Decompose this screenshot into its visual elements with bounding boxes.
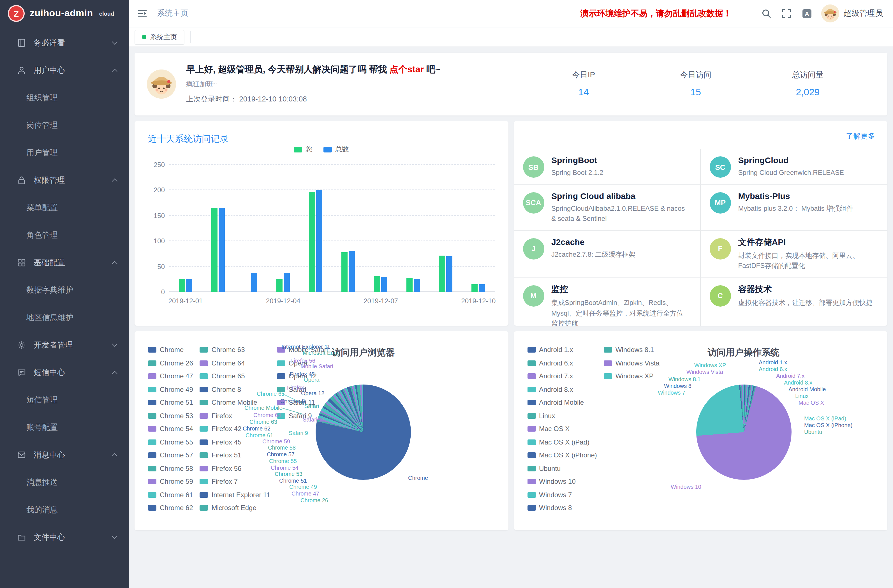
- x-axis-label: 2019-12-04: [266, 297, 301, 305]
- sidebar-item[interactable]: 权限管理: [0, 167, 129, 194]
- star-link[interactable]: 点个star: [389, 65, 424, 74]
- bar-group: 2019-12-01: [169, 165, 202, 292]
- legend-item[interactable]: Chrome 59: [148, 478, 193, 486]
- legend-item[interactable]: Firefox 51: [200, 451, 270, 459]
- sidebar-subitem[interactable]: 账号配置: [0, 414, 129, 441]
- bar: [284, 273, 290, 292]
- sidebar-subitem[interactable]: 消息推送: [0, 469, 129, 496]
- tech-desc: J2cache2.7.8: 二级缓存框架: [551, 250, 635, 260]
- legend-item[interactable]: Chrome 55: [148, 438, 193, 446]
- sidebar-subitem[interactable]: 地区信息维护: [0, 304, 129, 331]
- legend-item[interactable]: Mac OS X: [527, 425, 597, 433]
- fullscreen-icon[interactable]: [781, 8, 792, 19]
- x-axis-label: 2019-12-01: [168, 297, 203, 305]
- avatar[interactable]: [821, 5, 839, 23]
- pie-callout-label: Chrome 65: [257, 391, 284, 397]
- legend-swatch: [148, 505, 156, 511]
- tech-title: 文件存储API: [738, 237, 878, 248]
- sidebar-item[interactable]: 用户中心: [0, 57, 129, 84]
- menu-fold-icon[interactable]: [137, 8, 148, 19]
- bar: [179, 280, 185, 292]
- sidebar-subitem[interactable]: 数据字典维护: [0, 276, 129, 304]
- legend-swatch: [604, 347, 612, 353]
- legend-item[interactable]: Chrome 64: [200, 359, 270, 367]
- legend-item[interactable]: Chrome 63: [200, 346, 270, 354]
- bar-chart[interactable]: 2019-12-012019-12-042019-12-072019-12-10…: [169, 165, 495, 292]
- sidebar-subitem[interactable]: 组织管理: [0, 84, 129, 111]
- legend-item[interactable]: Windows Vista: [604, 359, 660, 367]
- legend-item[interactable]: Chrome: [148, 346, 193, 354]
- legend-item[interactable]: Firefox 45: [200, 438, 270, 446]
- logo-icon: Z: [8, 5, 25, 22]
- search-icon[interactable]: [761, 8, 772, 19]
- sidebar-item[interactable]: 文件中心: [0, 523, 129, 551]
- book-icon: [17, 38, 26, 48]
- legend-item[interactable]: Android 8.x: [527, 385, 597, 393]
- os-pie-chart[interactable]: [696, 385, 791, 480]
- legend-item[interactable]: Chrome 49: [148, 385, 193, 393]
- sidebar-item[interactable]: 基础配置: [0, 249, 129, 276]
- legend-item[interactable]: Chrome 58: [148, 465, 193, 472]
- legend-item[interactable]: Ubuntu: [527, 465, 597, 472]
- legend-item[interactable]: Chrome 54: [148, 425, 193, 433]
- legend-item[interactable]: Microsoft Edge: [200, 504, 270, 512]
- pie-callout-label: Chrome 62: [243, 426, 271, 432]
- legend-item[interactable]: Firefox 56: [200, 465, 270, 472]
- legend-item[interactable]: Chrome 65: [200, 372, 270, 380]
- visits-chart-card: 近十天系统访问记录 您总数 2019-12-012019-12-042019-1…: [135, 121, 508, 326]
- sidebar-item[interactable]: 开发者管理: [0, 331, 129, 359]
- legend-item[interactable]: Chrome 51: [148, 399, 193, 406]
- app-title: zuihou-admin: [30, 8, 93, 19]
- tab-home[interactable]: 系统主页: [135, 29, 185, 45]
- bar-group: [332, 165, 364, 292]
- legend-item[interactable]: Internet Explorer 11: [200, 491, 270, 499]
- pie-callout-label: Windows 7: [658, 389, 685, 396]
- sidebar-subitem[interactable]: 岗位管理: [0, 111, 129, 139]
- font-size-icon[interactable]: A: [801, 8, 812, 19]
- legend-item[interactable]: Chrome 47: [148, 372, 193, 380]
- legend-swatch: [604, 373, 612, 379]
- sidebar-subitem[interactable]: 用户管理: [0, 139, 129, 167]
- bar-legend: 您总数: [135, 144, 508, 154]
- browser-pie-chart[interactable]: [316, 385, 411, 480]
- legend-item[interactable]: 您: [294, 144, 313, 154]
- legend-item[interactable]: Android 1.x: [527, 346, 597, 354]
- legend-item[interactable]: Android Mobile: [527, 399, 597, 406]
- sidebar-subitem[interactable]: 菜单配置: [0, 194, 129, 221]
- legend-item[interactable]: Mac OS X (iPhone): [527, 451, 597, 459]
- legend-item[interactable]: Windows 8: [527, 504, 597, 512]
- legend-item[interactable]: Chrome 53: [148, 412, 193, 420]
- pie-callout-label: Chrome 53: [275, 471, 302, 477]
- user-menu[interactable]: 超级管理员: [821, 5, 883, 23]
- pie-callout-label: Linux: [795, 393, 809, 399]
- legend-item[interactable]: Chrome 61: [148, 491, 193, 499]
- browser-pie-card: 访问用户浏览器 ChromeChrome 26Chrome 47Chrome 4…: [135, 331, 508, 530]
- logo[interactable]: Z zuihou-admin cloud: [0, 0, 129, 27]
- legend-swatch: [527, 413, 536, 418]
- sidebar-subitem[interactable]: 短信管理: [0, 386, 129, 414]
- learn-more-link[interactable]: 了解更多: [846, 131, 875, 141]
- pie-callout-label: Mac OS X (iPad): [804, 415, 846, 421]
- legend-item[interactable]: Windows 10: [527, 478, 597, 486]
- legend-item[interactable]: Chrome 57: [148, 451, 193, 459]
- legend-item[interactable]: Mac OS X (iPad): [527, 438, 597, 446]
- sidebar-subitem[interactable]: 角色管理: [0, 221, 129, 249]
- legend-swatch: [200, 452, 208, 458]
- legend-item[interactable]: Android 6.x: [527, 359, 597, 367]
- sidebar-item[interactable]: 消息中心: [0, 441, 129, 469]
- welcome-text: 早上好, 超级管理员, 今天帮别人解决问题了吗 帮我 点个star 吧~ 疯狂加…: [186, 64, 440, 104]
- legend-item[interactable]: Windows 7: [527, 491, 597, 499]
- legend-item[interactable]: 总数: [324, 144, 349, 154]
- legend-item[interactable]: Linux: [527, 412, 597, 420]
- sidebar-item[interactable]: 务必详看: [0, 29, 129, 57]
- legend-item[interactable]: Android 7.x: [527, 372, 597, 380]
- tech-badge: SB: [523, 156, 544, 178]
- sidebar-item[interactable]: 短信中心: [0, 359, 129, 386]
- legend-item[interactable]: Chrome 62: [148, 504, 193, 512]
- sidebar-subitem[interactable]: 我的消息: [0, 496, 129, 523]
- y-axis-label: 50: [157, 263, 165, 271]
- legend-item[interactable]: Windows XP: [604, 372, 660, 380]
- legend-item[interactable]: Chrome 26: [148, 359, 193, 367]
- legend-item[interactable]: Windows 8.1: [604, 346, 660, 354]
- legend-item[interactable]: Firefox 7: [200, 478, 270, 486]
